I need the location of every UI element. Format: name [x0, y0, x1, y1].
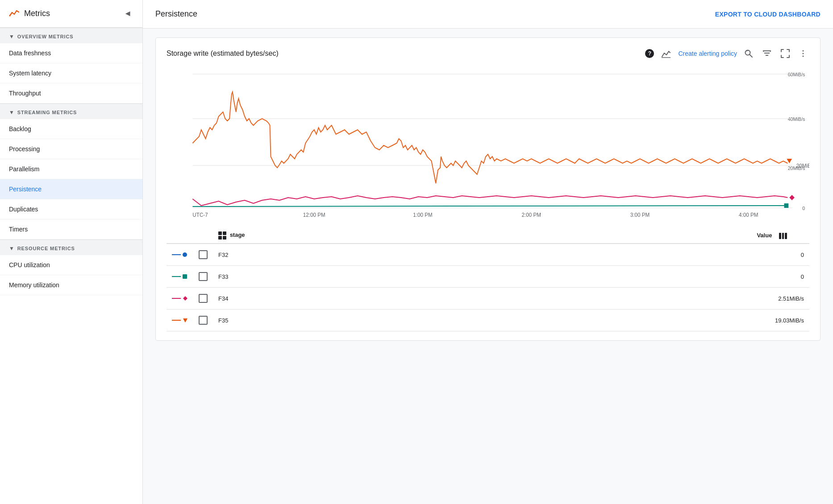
sidebar-item-memory-utilization[interactable]: Memory utilization [0, 275, 142, 295]
chevron-down-icon: ▼ [9, 33, 15, 40]
legend-table: stage Value [167, 228, 809, 331]
fullscreen-icon-button[interactable] [779, 47, 791, 60]
legend-value-col-header: Value [447, 228, 809, 244]
legend-marker-f35 [167, 310, 193, 331]
chevron-down-icon-streaming: ▼ [9, 109, 15, 116]
chart-card: Storage write (estimated bytes/sec) ? Cr… [155, 37, 821, 341]
sidebar-item-processing[interactable]: Processing [0, 139, 142, 159]
more-icon [799, 49, 808, 58]
legend-stage-f33: F33 [213, 266, 447, 288]
legend-marker-f32 [167, 244, 193, 266]
chart-mode-icon [661, 49, 671, 58]
svg-rect-26 [784, 203, 789, 208]
section-streaming: ▼ STREAMING METRICS [0, 103, 142, 119]
more-options-button[interactable] [797, 47, 809, 60]
search-icon-button[interactable] [742, 47, 755, 60]
triangle-down-icon [183, 318, 188, 323]
main-panel: Persistence EXPORT TO CLOUD DASHBOARD St… [143, 0, 833, 504]
legend-stage-col-header: stage [213, 228, 447, 244]
table-row: F32 0 [167, 244, 809, 266]
app-title: Metrics [24, 9, 50, 18]
export-button[interactable]: EXPORT TO CLOUD DASHBOARD [715, 11, 821, 18]
svg-text:40MiB/s: 40MiB/s [788, 116, 805, 122]
columns-view-icon[interactable] [779, 233, 787, 239]
fullscreen-icon [781, 49, 790, 58]
diamond-icon [183, 296, 188, 301]
legend-checkbox-f32[interactable] [199, 250, 208, 259]
legend-stage-f35: F35 [213, 310, 447, 331]
sidebar-collapse-button[interactable]: ◄ [122, 7, 133, 20]
legend-stage-f32: F32 [213, 244, 447, 266]
svg-text:12:00 PM: 12:00 PM [303, 212, 325, 218]
app-logo: Metrics [9, 8, 50, 19]
svg-point-11 [803, 56, 804, 57]
svg-line-3 [750, 55, 753, 58]
sidebar-item-timers[interactable]: Timers [0, 219, 142, 240]
svg-marker-30 [183, 296, 187, 301]
svg-text:4:00 PM: 4:00 PM [739, 212, 758, 218]
svg-point-0 [9, 15, 11, 16]
sidebar-item-cpu-utilization[interactable]: CPU utilization [0, 255, 142, 275]
sidebar-item-parallelism[interactable]: Parallelism [0, 159, 142, 179]
legend-checkbox-f33[interactable] [199, 272, 208, 281]
table-row: F35 19.03MiB/s [167, 310, 809, 331]
legend-value-f34: 2.51MiB/s [447, 288, 809, 310]
metrics-icon-button[interactable] [659, 47, 673, 60]
metrics-logo-icon [9, 8, 20, 19]
legend-marker-f34 [167, 288, 193, 310]
sidebar-item-system-latency[interactable]: System latency [0, 63, 142, 83]
svg-text:20MiB/s: 20MiB/s [796, 163, 809, 169]
svg-text:0: 0 [802, 206, 805, 211]
sidebar: Metrics ◄ ▼ OVERVIEW METRICS Data freshn… [0, 0, 143, 504]
svg-point-9 [803, 50, 804, 52]
help-icon[interactable]: ? [645, 49, 654, 58]
legend-checkbox-col-header [193, 228, 213, 244]
filter-icon-button[interactable] [760, 47, 774, 60]
svg-text:2:00 PM: 2:00 PM [522, 212, 541, 218]
create-alerting-button[interactable]: Create alerting policy [678, 50, 737, 57]
sidebar-item-throughput[interactable]: Throughput [0, 83, 142, 103]
legend-value-f33: 0 [447, 266, 809, 288]
svg-marker-31 [183, 318, 187, 322]
svg-marker-27 [789, 195, 795, 200]
legend-stage-f34: F34 [213, 288, 447, 310]
svg-text:UTC-7: UTC-7 [192, 212, 208, 218]
chart-svg: 60MiB/s 40MiB/s 20MiB/s 0 UTC-7 12:00 PM… [167, 67, 809, 219]
chart-area: 60MiB/s 40MiB/s 20MiB/s 0 UTC-7 12:00 PM… [167, 67, 809, 219]
search-icon [744, 49, 753, 58]
legend-value-f32: 0 [447, 244, 809, 266]
table-row: F34 2.51MiB/s [167, 288, 809, 310]
filter-icon [762, 49, 772, 58]
svg-point-10 [803, 53, 804, 54]
sidebar-item-persistence[interactable]: Persistence [0, 179, 142, 199]
legend-marker-f33 [167, 266, 193, 288]
sidebar-item-data-freshness[interactable]: Data freshness [0, 43, 142, 63]
chart-toolbar: Storage write (estimated bytes/sec) ? Cr… [167, 47, 809, 60]
chart-title: Storage write (estimated bytes/sec) [167, 50, 640, 58]
section-resource: ▼ RESOURCE METRICS [0, 240, 142, 255]
chevron-down-icon-resource: ▼ [9, 245, 15, 252]
page-title: Persistence [155, 9, 197, 19]
sidebar-item-duplicates[interactable]: Duplicates [0, 199, 142, 219]
top-bar: Persistence EXPORT TO CLOUD DASHBOARD [143, 0, 833, 29]
table-row: F33 0 [167, 266, 809, 288]
section-overview: ▼ OVERVIEW METRICS [0, 28, 142, 43]
sidebar-header: Metrics ◄ [0, 0, 142, 28]
svg-text:1:00 PM: 1:00 PM [413, 212, 432, 218]
svg-text:60MiB/s: 60MiB/s [788, 72, 805, 77]
svg-marker-28 [787, 159, 792, 163]
legend-color-col-header [167, 228, 193, 244]
legend-checkbox-f34[interactable] [199, 294, 208, 303]
main-content: Storage write (estimated bytes/sec) ? Cr… [143, 29, 833, 504]
svg-text:3:00 PM: 3:00 PM [630, 212, 650, 218]
legend-value-f35: 19.03MiB/s [447, 310, 809, 331]
legend-checkbox-f35[interactable] [199, 316, 208, 325]
stage-icon [218, 231, 226, 240]
sidebar-item-backlog[interactable]: Backlog [0, 119, 142, 139]
